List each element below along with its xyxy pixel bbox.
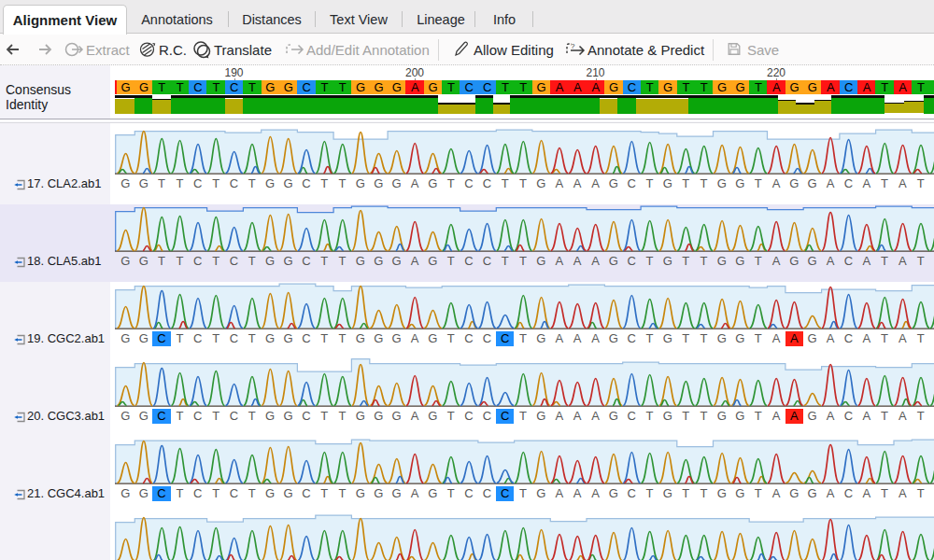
svg-text:?: ?: [571, 42, 575, 50]
